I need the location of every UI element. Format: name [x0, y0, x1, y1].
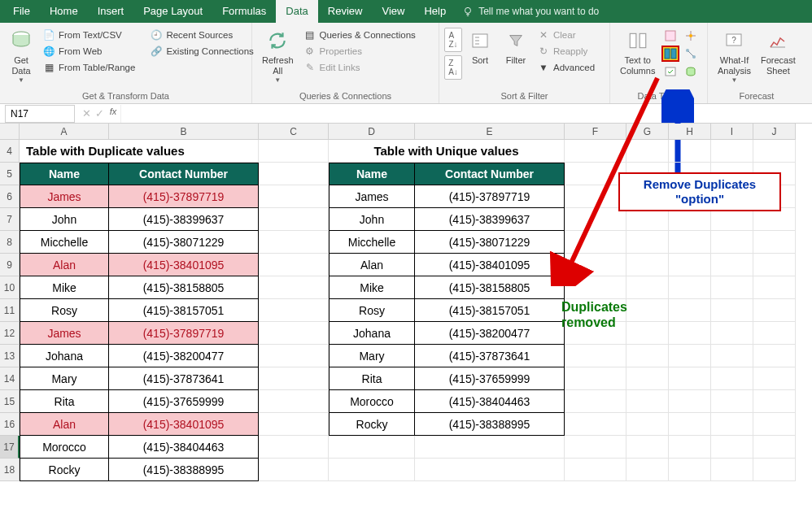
cell-E13[interactable]: (415)-37873641 [415, 345, 565, 367]
filter-button[interactable]: Filter [498, 24, 534, 66]
cell-A7[interactable]: John [20, 208, 109, 231]
cell-E17[interactable] [415, 436, 565, 459]
row-10[interactable]: 10 [0, 276, 20, 299]
cell-C8[interactable] [259, 231, 329, 254]
cell-F15[interactable] [565, 390, 626, 413]
tab-page-layout[interactable]: Page Layout [133, 0, 212, 23]
cell-A10[interactable]: Mike [20, 276, 109, 299]
cell-J11[interactable] [753, 299, 796, 322]
cell-J12[interactable] [753, 322, 796, 345]
cell-E12[interactable]: (415)-38200477 [415, 322, 565, 345]
data-validation-button[interactable] [661, 63, 679, 80]
row-12[interactable]: 12 [0, 322, 20, 345]
cell-C17[interactable] [259, 436, 329, 459]
cell-G7[interactable] [626, 208, 669, 231]
cell-E9[interactable]: (415)-38401095 [415, 254, 565, 276]
cell-E14[interactable]: (415)-37659999 [415, 367, 565, 390]
cell-B5[interactable]: Contact Number [109, 163, 259, 185]
row-7[interactable]: 7 [0, 208, 20, 231]
cell-F4[interactable] [565, 140, 626, 163]
cell-A6[interactable]: James [20, 185, 109, 208]
cell-B6[interactable]: (415)-37897719 [109, 185, 259, 208]
cell-D14[interactable]: Rita [329, 367, 415, 390]
cell-F17[interactable] [565, 436, 626, 459]
col-G[interactable]: G [626, 124, 669, 140]
col-D[interactable]: D [329, 124, 415, 140]
cell-A5[interactable]: Name [20, 163, 109, 185]
cell-I17[interactable] [711, 436, 753, 459]
cell-G17[interactable] [626, 436, 669, 459]
confirm-icon[interactable]: ✓ [93, 107, 106, 120]
cell-F16[interactable] [565, 413, 626, 436]
forecast-sheet-button[interactable]: Forecast Sheet [756, 24, 801, 76]
existing-connections[interactable]: 🔗Existing Connections [148, 44, 255, 59]
cell-F5[interactable] [565, 163, 626, 185]
cell-H8[interactable] [669, 231, 711, 254]
cell-H17[interactable] [669, 436, 711, 459]
cell-D6[interactable]: James [329, 185, 415, 208]
tab-help[interactable]: Help [414, 0, 456, 23]
cell-A14[interactable]: Mary [20, 367, 109, 390]
cell-I11[interactable] [711, 299, 753, 322]
row-15[interactable]: 15 [0, 390, 20, 413]
cell-D8[interactable]: Micchelle [329, 231, 415, 254]
cell-A16[interactable]: Alan [20, 413, 109, 436]
cell-F10[interactable] [565, 276, 626, 299]
cell-A18[interactable]: Rocky [20, 459, 109, 481]
cell-F8[interactable] [565, 231, 626, 254]
cell-H16[interactable] [669, 413, 711, 436]
col-C[interactable]: C [259, 124, 329, 140]
row-17[interactable]: 17 [0, 436, 20, 459]
cell-D17[interactable] [329, 436, 415, 459]
col-A[interactable]: A [20, 124, 109, 140]
recent-sources[interactable]: 🕘Recent Sources [148, 28, 255, 42]
cell-J17[interactable] [753, 436, 796, 459]
cell-B17[interactable]: (415)-38404463 [109, 436, 259, 459]
tab-home[interactable]: Home [40, 0, 88, 23]
cell-F9[interactable] [565, 254, 626, 276]
cell-G9[interactable] [626, 254, 669, 276]
sort-asc-button[interactable]: AZ↓ [444, 28, 462, 52]
cell-H14[interactable] [669, 367, 711, 390]
cell-H9[interactable] [669, 254, 711, 276]
cell-C5[interactable] [259, 163, 329, 185]
cell-H11[interactable] [669, 299, 711, 322]
cell-G13[interactable] [626, 345, 669, 367]
row-5[interactable]: 5 [0, 163, 20, 185]
cell-A13[interactable]: Johana [20, 345, 109, 367]
advanced-filter[interactable]: ▼Advanced [535, 60, 596, 75]
row-18[interactable]: 18 [0, 459, 20, 481]
col-I[interactable]: I [711, 124, 753, 140]
refresh-all-button[interactable]: Refresh All ▼ [257, 24, 299, 85]
cell-A4[interactable]: Table with Duplicate values [20, 140, 259, 163]
tell-me[interactable]: Tell me what you want to do [462, 6, 599, 17]
queries-connections[interactable]: ▤Queries & Connections [302, 28, 417, 42]
cell-E8[interactable]: (415)-38071229 [415, 231, 565, 254]
row-8[interactable]: 8 [0, 231, 20, 254]
cell-F6[interactable] [565, 185, 626, 208]
cell-C15[interactable] [259, 390, 329, 413]
cell-C16[interactable] [259, 413, 329, 436]
cell-D5[interactable]: Name [329, 163, 415, 185]
cell-H18[interactable] [669, 459, 711, 481]
cell-C12[interactable] [259, 322, 329, 345]
col-F[interactable]: F [565, 124, 626, 140]
cell-I7[interactable] [711, 208, 753, 231]
cell-I14[interactable] [711, 367, 753, 390]
cell-J7[interactable] [753, 208, 796, 231]
cell-E15[interactable]: (415)-38404463 [415, 390, 565, 413]
cell-F14[interactable] [565, 367, 626, 390]
cell-A9[interactable]: Alan [20, 254, 109, 276]
tab-view[interactable]: View [372, 0, 414, 23]
cell-B14[interactable]: (415)-37873641 [109, 367, 259, 390]
cell-C13[interactable] [259, 345, 329, 367]
cell-C14[interactable] [259, 367, 329, 390]
col-J[interactable]: J [753, 124, 796, 140]
relationships-button[interactable] [682, 46, 700, 62]
cell-D12[interactable]: Johana [329, 322, 415, 345]
cell-B8[interactable]: (415)-38071229 [109, 231, 259, 254]
cell-G15[interactable] [626, 390, 669, 413]
col-B[interactable]: B [109, 124, 259, 140]
cell-C6[interactable] [259, 185, 329, 208]
cell-C4[interactable] [259, 140, 329, 163]
